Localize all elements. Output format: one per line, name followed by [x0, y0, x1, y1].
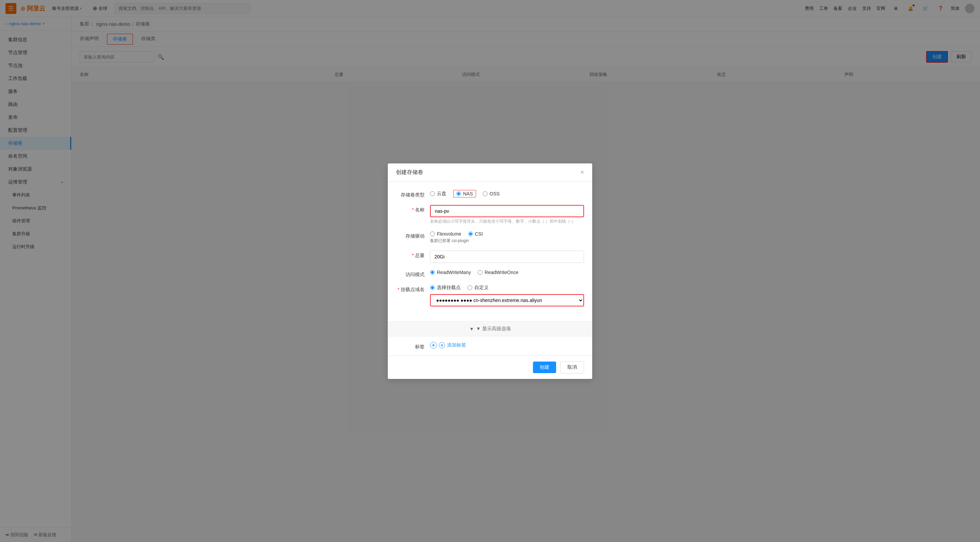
access-rwo-label: ReadWriteOnce: [485, 269, 518, 275]
access-rwm-radio[interactable]: [430, 270, 435, 275]
capacity-label: 总量: [396, 250, 430, 259]
form-row-driver: 存储驱动 Flexvolume CSI 集群已部署 csi-plugin: [396, 231, 584, 244]
mount-label: 挂载点域名: [396, 285, 430, 293]
driver-csi-radio[interactable]: [468, 231, 473, 236]
mount-radio-group: 选择挂载点 自定义: [430, 285, 584, 291]
access-rwm-option[interactable]: ReadWriteMany: [430, 269, 471, 275]
name-hint: 名称必须以小写字母开头，只能包含小写字母、数字、小数点（.）和中划线（-）: [430, 219, 584, 224]
add-tag-icon: +: [439, 342, 445, 348]
tag-label: 标签: [396, 342, 430, 350]
mount-custom-option[interactable]: 自定义: [468, 285, 488, 291]
access-rwo-option[interactable]: ReadWriteOnce: [478, 269, 518, 275]
mount-custom-label: 自定义: [474, 285, 488, 291]
mount-custom-radio[interactable]: [468, 285, 472, 290]
name-label: 名称: [396, 205, 430, 213]
type-cloud-label: 云盘: [437, 191, 446, 197]
type-oss-option[interactable]: OSS: [483, 191, 500, 197]
type-cloud-option[interactable]: 云盘: [430, 191, 446, 197]
mount-select-option[interactable]: 选择挂载点: [430, 285, 461, 291]
modal-close-button[interactable]: ×: [580, 169, 584, 176]
modal-footer: 创建 取消: [388, 355, 592, 379]
driver-radio-group: Flexvolume CSI: [430, 231, 584, 237]
type-cloud-radio[interactable]: [430, 191, 435, 196]
driver-tip: 集群已部署 csi-plugin: [430, 238, 584, 244]
modal-cancel-button[interactable]: 取消: [560, 361, 584, 374]
type-label: 存储卷类型: [396, 190, 430, 198]
tag-content: + 添加标签: [430, 342, 584, 349]
form-row-capacity: 总量: [396, 250, 584, 263]
type-oss-radio[interactable]: [483, 191, 488, 196]
driver-content: Flexvolume CSI 集群已部署 csi-plugin: [430, 231, 584, 244]
add-tag-button[interactable]: + 添加标签: [430, 342, 584, 349]
modal-title: 创建存储卷: [396, 169, 423, 176]
driver-flex-radio[interactable]: [430, 231, 435, 236]
modal-body: 存储卷类型 云盘 NAS OSS: [388, 182, 592, 322]
tags-section: 标签 + 添加标签: [388, 336, 592, 355]
mount-select-radio[interactable]: [430, 285, 435, 290]
name-input[interactable]: [430, 205, 584, 217]
type-nas-label: NAS: [463, 191, 473, 197]
type-options: 云盘 NAS OSS: [430, 190, 584, 198]
type-nas-option[interactable]: NAS: [453, 190, 476, 198]
form-row-tags: 标签 + 添加标签: [396, 342, 584, 350]
mount-content: 选择挂载点 自定义 ●●●●●●●● ●●●● cn-shenzhen.extr…: [430, 285, 584, 306]
type-oss-label: OSS: [490, 191, 500, 197]
advanced-arrow-icon: ▼: [469, 326, 474, 331]
type-nas-radio[interactable]: [456, 191, 461, 196]
modal-overlay[interactable]: 创建存储卷 × 存储卷类型 云盘 NAS: [0, 0, 980, 542]
access-rwm-label: ReadWriteMany: [437, 269, 471, 275]
form-row-name: 名称 名称必须以小写字母开头，只能包含小写字母、数字、小数点（.）和中划线（-）: [396, 205, 584, 224]
form-row-mount: 挂载点域名 选择挂载点 自定义 ●●●●●●●● ●●●● cn-she: [396, 285, 584, 306]
capacity-content: [430, 250, 584, 263]
mount-point-select[interactable]: ●●●●●●●● ●●●● cn-shenzhen.extreme.nas.al…: [430, 294, 584, 306]
access-rwo-radio[interactable]: [478, 270, 482, 275]
type-radio-group: 云盘 NAS OSS: [430, 190, 584, 198]
form-row-type: 存储卷类型 云盘 NAS OSS: [396, 190, 584, 198]
create-storage-modal: 创建存储卷 × 存储卷类型 云盘 NAS: [388, 163, 592, 379]
name-content: 名称必须以小写字母开头，只能包含小写字母、数字、小数点（.）和中划线（-）: [430, 205, 584, 224]
add-tag-label: 添加标签: [447, 342, 466, 348]
advanced-section[interactable]: ▼ ▼ 显示高级选项: [388, 322, 592, 336]
advanced-label: ▼ 显示高级选项: [476, 326, 511, 332]
driver-csi-label: CSI: [475, 231, 483, 237]
driver-csi-option[interactable]: CSI: [468, 231, 483, 237]
capacity-input[interactable]: [430, 250, 584, 263]
modal-header: 创建存储卷 ×: [388, 163, 592, 182]
form-row-access: 访问模式 ReadWriteMany ReadWriteOnce: [396, 269, 584, 278]
driver-flex-label: Flexvolume: [437, 231, 461, 237]
driver-label: 存储驱动: [396, 231, 430, 239]
modal-confirm-button[interactable]: 创建: [533, 361, 556, 373]
mount-select-label: 选择挂载点: [437, 285, 461, 291]
access-radio-group: ReadWriteMany ReadWriteOnce: [430, 269, 584, 275]
access-content: ReadWriteMany ReadWriteOnce: [430, 269, 584, 275]
driver-flex-option[interactable]: Flexvolume: [430, 231, 461, 237]
access-label: 访问模式: [396, 269, 430, 278]
